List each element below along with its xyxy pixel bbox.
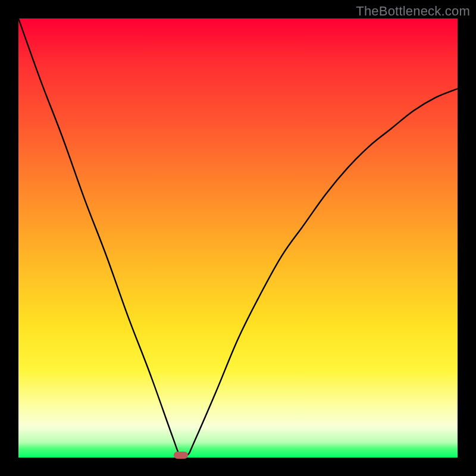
bottleneck-curve (18, 18, 458, 458)
plot-area (18, 18, 458, 458)
chart-frame: TheBottleneck.com (0, 0, 476, 476)
vertex-marker (174, 452, 188, 459)
watermark-text: TheBottleneck.com (356, 4, 470, 19)
